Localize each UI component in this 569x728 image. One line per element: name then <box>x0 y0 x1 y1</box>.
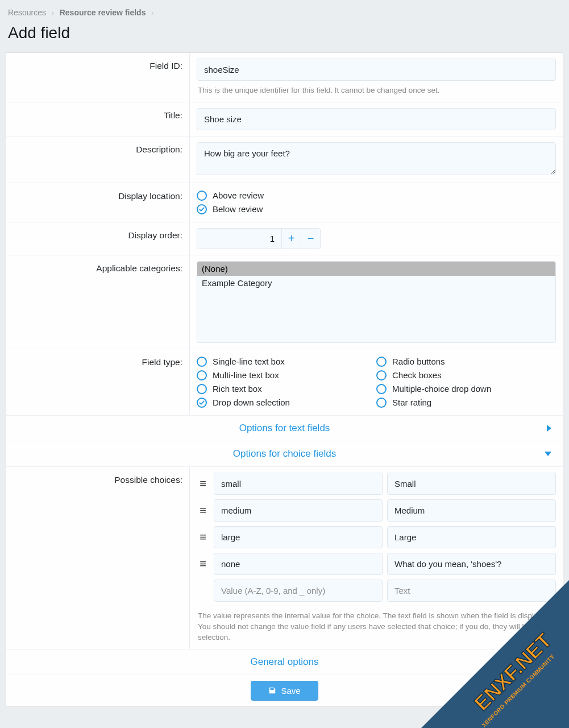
chevron-right-icon: › <box>148 9 157 17</box>
field-type-option[interactable]: Drop down selection <box>197 396 376 410</box>
drag-handle-icon[interactable]: ≡ <box>197 478 209 489</box>
section-choice-fields[interactable]: Options for choice fields <box>6 441 563 467</box>
radio-icon <box>197 384 207 394</box>
radio-icon <box>197 204 207 214</box>
title-input[interactable] <box>197 108 556 130</box>
radio-label: Single-line text box <box>213 357 285 366</box>
section-text-fields-label: Options for text fields <box>239 423 330 433</box>
breadcrumb-root[interactable]: Resources <box>8 8 46 17</box>
description-label: Description: <box>6 136 189 183</box>
radio-label: Multiple-choice drop down <box>392 384 491 394</box>
footer-bar: Save <box>6 675 563 706</box>
categories-listbox[interactable]: (None)Example Category <box>197 261 556 343</box>
radio-label: Star rating <box>392 398 431 407</box>
field-id-label: Field ID: <box>6 53 189 102</box>
categories-label: Applicable categories: <box>6 255 189 349</box>
radio-label: Drop down selection <box>213 398 290 407</box>
field-type-option[interactable]: Multi-line text box <box>197 369 376 382</box>
display-order-input[interactable] <box>197 229 281 249</box>
display-location-option[interactable]: Above review <box>197 189 556 202</box>
display-location-option[interactable]: Below review <box>197 202 556 216</box>
choice-text-input[interactable] <box>387 473 556 495</box>
display-order-label: Display order: <box>6 222 189 255</box>
save-button[interactable]: Save <box>251 681 318 701</box>
radio-label: Multi-line text box <box>213 370 279 380</box>
radio-icon <box>376 370 387 380</box>
field-type-option[interactable]: Check boxes <box>376 369 556 382</box>
stepper-plus-button[interactable]: + <box>281 229 301 249</box>
choice-row-new: ≡ <box>197 580 556 602</box>
choice-text-input[interactable] <box>387 526 556 548</box>
chevron-right-icon: › <box>48 9 57 17</box>
field-type-option[interactable]: Radio buttons <box>376 355 556 369</box>
choice-value-input[interactable] <box>214 526 383 548</box>
choice-row: ≡ <box>197 473 556 495</box>
display-location-label: Display location: <box>6 183 189 222</box>
choice-value-input[interactable] <box>214 473 383 495</box>
radio-label: Check boxes <box>392 370 442 380</box>
drag-handle-icon[interactable]: ≡ <box>197 504 209 516</box>
category-option[interactable]: Example Category <box>197 276 555 290</box>
choice-row: ≡ <box>197 553 556 575</box>
stepper-minus-button[interactable]: − <box>301 229 320 249</box>
section-general[interactable]: General options <box>6 649 563 675</box>
field-type-option[interactable]: Rich text box <box>197 382 376 396</box>
field-id-hint: This is the unique identifier for this f… <box>197 81 556 96</box>
save-button-label: Save <box>281 686 300 696</box>
choices-label: Possible choices: <box>6 467 189 649</box>
caret-right-icon <box>547 425 551 432</box>
field-type-option[interactable]: Single-line text box <box>197 355 376 369</box>
radio-icon <box>376 398 387 408</box>
breadcrumb: Resources › Resource review fields › <box>0 0 569 20</box>
breadcrumb-section[interactable]: Resource review fields <box>60 8 146 17</box>
section-general-label: General options <box>250 656 318 667</box>
choice-row: ≡ <box>197 499 556 522</box>
caret-right-icon <box>547 659 551 665</box>
radio-icon <box>376 384 387 394</box>
choice-row: ≡ <box>197 526 556 548</box>
radio-label: Radio buttons <box>392 357 445 366</box>
choice-text-input[interactable] <box>387 580 556 602</box>
form-panel: Field ID: This is the unique identifier … <box>6 52 563 707</box>
radio-icon <box>376 357 387 367</box>
radio-icon <box>197 370 207 380</box>
field-id-input[interactable] <box>197 59 556 81</box>
section-text-fields[interactable]: Options for text fields <box>6 415 563 441</box>
page-title: Add field <box>0 20 569 52</box>
field-type-option[interactable]: Star rating <box>376 396 556 410</box>
drag-handle-icon[interactable]: ≡ <box>197 558 209 569</box>
caret-down-icon <box>545 452 551 456</box>
section-choice-fields-label: Options for choice fields <box>233 448 336 459</box>
choice-text-input[interactable] <box>387 553 556 575</box>
drag-handle-icon[interactable]: ≡ <box>197 531 209 543</box>
category-option[interactable]: (None) <box>197 262 555 276</box>
radio-label: Below review <box>213 204 263 214</box>
description-input[interactable]: How big are your feet? <box>197 142 556 175</box>
radio-icon <box>197 357 207 367</box>
choice-text-input[interactable] <box>387 499 556 522</box>
choices-hint: The value represents the internal value … <box>197 606 556 643</box>
field-type-option[interactable]: Multiple-choice drop down <box>376 382 556 396</box>
radio-icon <box>197 191 207 201</box>
radio-label: Rich text box <box>213 384 262 394</box>
choice-value-input[interactable] <box>214 499 383 522</box>
radio-icon <box>197 398 207 408</box>
save-icon <box>268 686 276 694</box>
choice-value-input[interactable] <box>214 553 383 575</box>
field-type-label: Field type: <box>6 349 189 415</box>
display-order-stepper: + − <box>197 228 321 249</box>
choice-value-input[interactable] <box>214 580 383 602</box>
title-label: Title: <box>6 102 189 136</box>
radio-label: Above review <box>213 191 264 200</box>
